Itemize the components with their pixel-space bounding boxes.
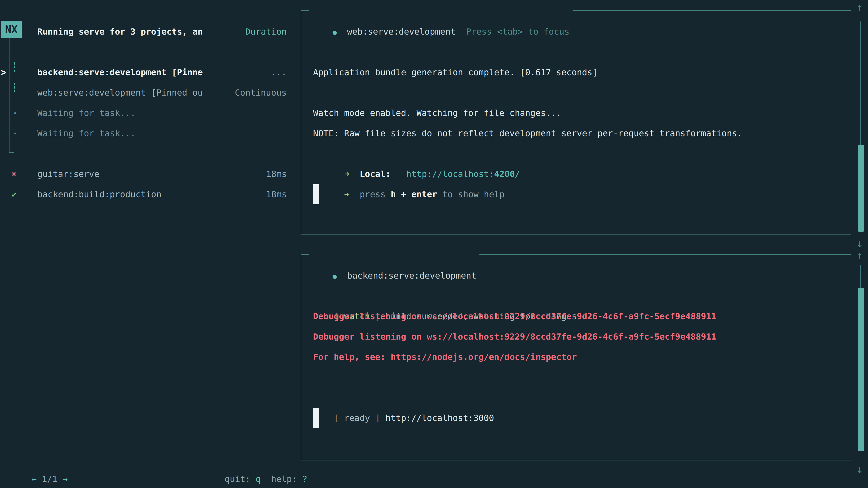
task-row-waiting-1[interactable]: Waiting for task...	[37, 103, 135, 123]
help-keys-text: h + enter	[391, 189, 437, 199]
local-url-slash[interactable]: /	[515, 169, 520, 179]
task-row-web-serve[interactable]: web:serve:development [Pinned ou	[37, 83, 203, 103]
waiting-bullet-icon: ·	[12, 123, 18, 143]
scroll-down-icon[interactable]: ↓	[857, 459, 863, 480]
task-row-guitar-serve-duration: 18ms	[266, 164, 287, 184]
arrow-icon: ➜	[344, 189, 349, 199]
task-row-guitar-serve[interactable]: guitar:serve	[37, 164, 99, 184]
note-line: NOTE: Raw file sizes do not reflect deve…	[313, 123, 742, 143]
task-row-backend-serve[interactable]: backend:serve:development [Pinne	[37, 62, 203, 83]
task-tree-corner	[9, 152, 14, 153]
debugger-listening-line: Debugger listening on ws://localhost:922…	[313, 306, 716, 326]
bundle-complete-line: Application bundle generation complete. …	[313, 62, 597, 83]
help-post-text: to show help	[437, 189, 504, 199]
scrollbar-track[interactable]	[860, 22, 862, 145]
inspector-help-line: For help, see: https://nodejs.org/en/doc…	[313, 347, 577, 367]
scrollbar-thumb[interactable]	[858, 288, 864, 451]
local-url-line: ➜ Local: http://localhost:4200/	[323, 143, 520, 164]
watch-status-line: [ watch ] build succeeded, watching for …	[313, 286, 592, 306]
title-gap	[337, 271, 347, 281]
bottom-pane-title: ● backend:serve:development	[309, 245, 479, 265]
ready-url-link[interactable]: http://localhost:3000	[385, 413, 494, 423]
help-key: ?	[302, 474, 307, 484]
focus-hint: Press <tab> to focus	[466, 27, 569, 37]
quit-hint-label: quit:	[225, 474, 256, 484]
title-gap	[456, 27, 466, 37]
task-running-indicator-icon	[14, 62, 15, 72]
debugger-listening-line: Debugger listening on ws://localhost:922…	[313, 326, 716, 347]
pager-prev-icon[interactable]: ←	[32, 474, 37, 484]
top-pane-title-text: web:serve:development	[347, 27, 456, 37]
pager: ← 1/1 →	[11, 449, 68, 469]
task-row-web-serve-duration: Continuous	[235, 83, 287, 103]
duration-column-header: Duration	[245, 22, 287, 42]
terminal-cursor	[313, 408, 319, 428]
top-pane-title: ● web:serve:development Press <tab> to f…	[309, 1, 572, 22]
task-list-title: Running serve for 3 projects, an	[37, 22, 203, 42]
quit-key: q	[256, 474, 261, 484]
keyboard-hints-bar: quit: q help: ?	[204, 449, 307, 469]
task-running-indicator-icon	[14, 83, 15, 92]
task-failed-icon: ✖	[12, 164, 16, 184]
help-pre-text: press	[360, 189, 391, 199]
scroll-up-icon[interactable]: ↑	[857, 0, 863, 18]
terminal-cursor	[313, 184, 319, 204]
task-row-backend-serve-duration: ...	[271, 62, 287, 83]
pane-status-dot-icon: ●	[333, 272, 337, 280]
scroll-up-icon[interactable]: ↑	[857, 245, 863, 265]
gap	[349, 189, 360, 199]
selected-task-caret-icon: >	[0, 62, 6, 83]
hint-separator	[261, 474, 271, 484]
watch-mode-line: Watch mode enabled. Watching for file ch…	[313, 103, 561, 123]
task-tree-line	[9, 38, 9, 152]
help-hint-label: help:	[271, 474, 302, 484]
bottom-pane-title-text: backend:serve:development	[347, 271, 476, 281]
waiting-bullet-icon: ·	[12, 103, 18, 123]
task-success-icon: ✔	[12, 184, 16, 204]
task-row-backend-build[interactable]: backend:build:production	[37, 184, 161, 204]
task-row-backend-build-duration: 18ms	[266, 184, 287, 204]
ready-tag: [ ready ]	[334, 413, 385, 423]
pane-status-dot-icon: ●	[333, 28, 337, 36]
help-keys-line: ➜ press h + enter to show help	[323, 164, 504, 184]
ready-status-line: [ ready ] http://localhost:3000	[313, 387, 494, 408]
pager-page-indicator: 1/1	[37, 474, 62, 484]
scrollbar-track[interactable]	[860, 265, 862, 288]
nx-logo: NX	[1, 21, 22, 38]
nx-tui-terminal: NX Running serve for 3 projects, an Dura…	[0, 0, 868, 488]
pager-next-icon[interactable]: →	[63, 474, 68, 484]
task-row-waiting-2[interactable]: Waiting for task...	[37, 123, 135, 143]
title-gap	[337, 27, 347, 37]
scrollbar-thumb[interactable]	[858, 144, 864, 232]
